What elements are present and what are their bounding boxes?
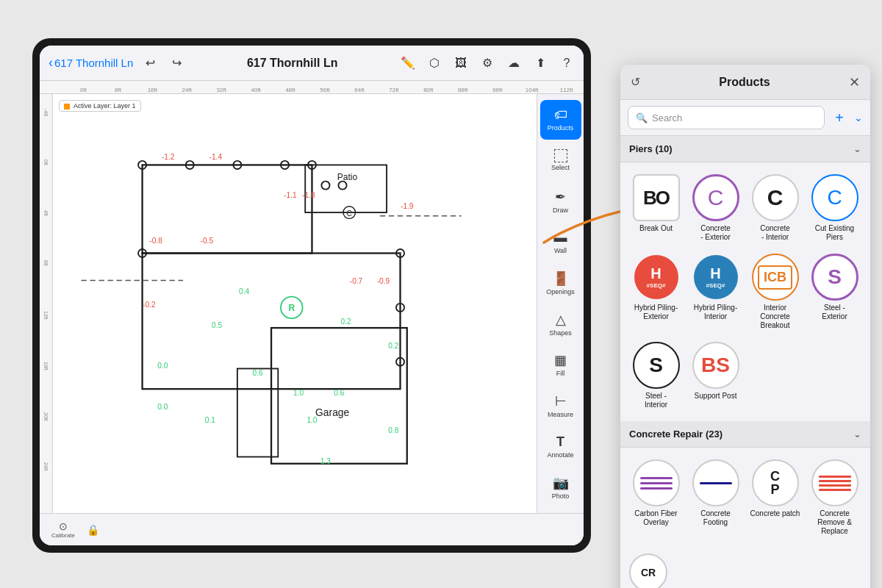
tool-openings[interactable]: 🚪 Openings: [540, 263, 581, 303]
steel-exterior-icon: S: [828, 265, 842, 289]
topbar-title: 617 Thornhill Ln: [184, 57, 400, 70]
cr-icon: CR: [629, 553, 667, 588]
hybrid-piling-interior-icon: H #SEQ#: [694, 255, 738, 299]
layers-icon[interactable]: ⬡: [426, 55, 442, 71]
products-panel: ↺ Products ✕ 🔍 Search + ⌄ Piers (10) ⌄ B…: [620, 65, 870, 588]
product-carbon-fiber-overlay[interactable]: Carbon Fiber Overlay: [626, 453, 686, 542]
drawing-canvas[interactable]: Active Layer: Layer 1: [53, 94, 537, 513]
active-layer-badge: Active Layer: Layer 1: [59, 100, 141, 112]
product-cut-existing-piers[interactable]: C Cut Existing Piers: [805, 168, 864, 248]
piers-section-title: Piers (10): [629, 143, 853, 154]
product-steel-exterior[interactable]: S Steel -Exterior: [805, 248, 864, 336]
product-break-out[interactable]: BO Break Out: [626, 168, 686, 248]
tool-fill-label: Fill: [556, 370, 565, 377]
product-hybrid-piling-exterior[interactable]: H #SEQ# Hybrid Piling- Exterior: [626, 248, 686, 336]
tool-measure[interactable]: ⊢ Measure: [540, 386, 581, 426]
product-interior-concrete-breakout[interactable]: ICB Interior Concrete Breakout: [745, 248, 805, 336]
photo-icon: 📷: [553, 475, 569, 491]
tool-shapes[interactable]: △ Shapes: [540, 304, 581, 344]
lock-icon: 🔒: [87, 524, 99, 536]
tool-annotate[interactable]: T Annotate: [540, 427, 581, 467]
tablet-screen: ‹ 617 Thornhill Ln ↩ ↪ 617 Thornhill Ln …: [40, 46, 584, 545]
carbon-fiber-overlay-label: Carbon Fiber Overlay: [629, 509, 683, 527]
ruler-mark: 40ft: [239, 87, 273, 93]
ruler-mark-v: 24ft: [43, 462, 49, 513]
concrete-patch-icon-wrap: C P: [752, 459, 799, 506]
ruler-horizontal: 0ft 8ft 16ft 24ft 32ft 40ft 48ft 56ft 64…: [40, 81, 584, 94]
ruler-mark: 96ft: [480, 87, 514, 93]
calibrate-label: Calibrate: [51, 532, 75, 539]
svg-text:1.3: 1.3: [320, 457, 331, 465]
ruler-mark-v: -4ft: [43, 109, 49, 159]
steel-interior-icon-wrap: S: [633, 342, 680, 389]
concrete-repair-section-header[interactable]: Concrete Repair (23) ⌄: [620, 421, 870, 448]
svg-point-12: [321, 182, 329, 190]
svg-text:R: R: [288, 303, 295, 313]
tool-select-label: Select: [551, 164, 570, 171]
tool-select[interactable]: Select: [540, 141, 581, 181]
lock-button[interactable]: 🔒: [87, 524, 99, 536]
svg-text:-1.9: -1.9: [401, 202, 414, 210]
ruler-mark: 104ft: [514, 87, 549, 93]
tool-wall[interactable]: ▬ Wall: [540, 223, 581, 262]
tool-products[interactable]: 🏷 Products: [540, 100, 581, 140]
tool-fill[interactable]: ▦ Fill: [540, 345, 581, 385]
tool-photo[interactable]: 📷 Photo: [540, 467, 581, 507]
concrete-repair-products-grid: Carbon Fiber Overlay Concrete Footing C …: [620, 448, 870, 548]
ruler-mark: 0ft: [66, 87, 101, 93]
concrete-repair-section-title: Concrete Repair (23): [629, 429, 853, 440]
product-concrete-remove-replace[interactable]: Concrete Remove & Replace: [805, 453, 864, 542]
filter-chevron-icon[interactable]: ⌄: [854, 112, 863, 123]
product-concrete-exterior[interactable]: C Concrete- Exterior: [686, 168, 745, 248]
tool-openings-label: Openings: [546, 288, 575, 295]
concrete-exterior-icon-wrap: C: [692, 174, 739, 221]
back-button[interactable]: ‹ 617 Thornhill Ln: [49, 55, 133, 71]
floor-plan: C R -1.2 -1.4 -0.8 -0.5 -1.1 -1.8 -1.9 -…: [68, 116, 529, 506]
search-box[interactable]: 🔍 Search: [628, 106, 825, 129]
settings-icon[interactable]: ⚙: [479, 55, 495, 71]
piers-section-header[interactable]: Piers (10) ⌄: [620, 136, 870, 162]
tool-draw[interactable]: ✒ Draw: [540, 182, 581, 221]
redo-button[interactable]: ↪: [168, 55, 184, 71]
product-steel-interior[interactable]: S Steel -Interior: [626, 336, 686, 415]
concrete-repair-chevron-icon: ⌄: [853, 429, 861, 440]
edit-icon[interactable]: ✏️: [400, 55, 416, 71]
cloud-icon[interactable]: ☁: [506, 55, 522, 71]
product-hybrid-piling-interior[interactable]: H #SEQ# Hybrid Piling- Interior: [686, 248, 745, 336]
product-concrete-footing[interactable]: Concrete Footing: [686, 453, 745, 542]
break-out-label: Break Out: [639, 224, 673, 233]
svg-text:-0.9: -0.9: [377, 277, 390, 285]
close-button[interactable]: ✕: [849, 74, 860, 90]
product-concrete-patch[interactable]: C P Concrete patch: [745, 453, 805, 542]
share-icon[interactable]: ⬆: [532, 55, 548, 71]
search-placeholder: Search: [652, 112, 682, 123]
concrete-remove-replace-icon: [819, 476, 851, 491]
canvas-area: -4ft 0ft 4ft 8ft 12ft 16ft 20ft 24ft Act…: [40, 94, 584, 513]
svg-text:-1.1: -1.1: [284, 191, 297, 199]
concrete-remove-replace-label: Concrete Remove & Replace: [808, 509, 861, 536]
svg-text:0.4: 0.4: [239, 287, 249, 295]
ruler-mark: 48ft: [273, 87, 308, 93]
layer-color-dot: [64, 104, 70, 110]
image-icon[interactable]: 🖼: [453, 55, 469, 71]
refresh-button[interactable]: ↺: [631, 75, 640, 89]
steel-interior-icon: S: [649, 354, 663, 377]
support-post-icon: BS: [701, 354, 730, 377]
calibrate-button[interactable]: ⊙ Calibrate: [51, 520, 75, 539]
steel-exterior-label: Steel -Exterior: [822, 304, 847, 321]
help-icon[interactable]: ?: [559, 55, 575, 71]
svg-text:0.0: 0.0: [157, 403, 168, 411]
piers-products-grid: BO Break Out C Concrete- Exterior C Conc…: [620, 162, 870, 421]
ruler-vertical: -4ft 0ft 4ft 8ft 12ft 16ft 20ft 24ft: [40, 94, 53, 513]
undo-button[interactable]: ↩: [142, 55, 158, 71]
ruler-mark: 80ft: [411, 87, 445, 93]
ruler-mark: 24ft: [170, 87, 204, 93]
product-support-post[interactable]: BS Support Post: [686, 336, 745, 415]
ruler-mark: 64ft: [343, 87, 377, 93]
add-button[interactable]: +: [829, 107, 850, 128]
tool-photo-label: Photo: [552, 492, 570, 500]
product-concrete-interior[interactable]: C Concrete- Interior: [745, 168, 805, 248]
calibrate-icon: ⊙: [59, 520, 68, 532]
ruler-mark: 112ft: [549, 87, 584, 93]
hybrid-piling-interior-label: Hybrid Piling- Interior: [689, 304, 742, 321]
